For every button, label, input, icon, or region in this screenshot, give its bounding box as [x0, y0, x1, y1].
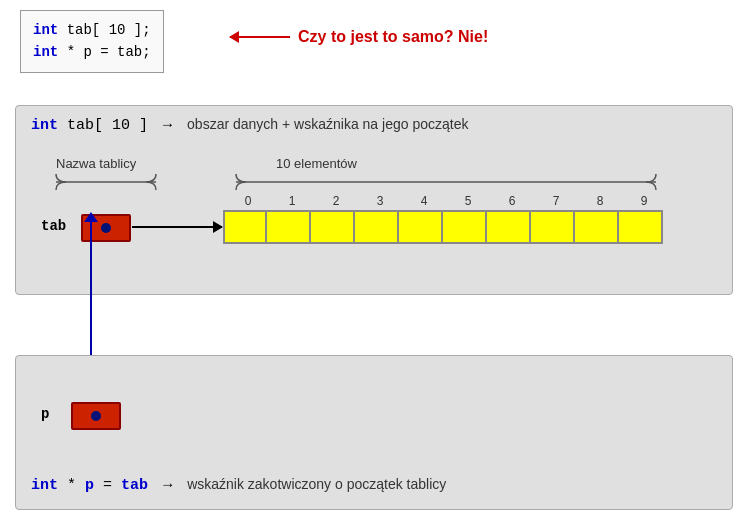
label-10-elementow: 10 elementów [276, 156, 357, 171]
keyword-int-1: int [33, 22, 58, 38]
header-tab: tab[ 10 ] [67, 117, 157, 134]
bottom-header-desc: wskaźnik zakotwiczony o początek tablicy [187, 476, 446, 492]
tab-pointer-dot [101, 223, 111, 233]
array-cell-9 [619, 210, 663, 244]
index-8: 8 [578, 194, 622, 208]
array-cell-2 [311, 210, 355, 244]
keyword-int-2: int [33, 44, 58, 60]
index-row: 0 1 2 3 4 5 6 7 8 9 [226, 194, 666, 208]
bottom-header-arrow: → [163, 477, 181, 494]
tab-to-array-arrow [132, 226, 222, 228]
array-cell-3 [355, 210, 399, 244]
bottom-header-keyword-tab: tab [121, 477, 148, 494]
p-variable-label: p [41, 406, 49, 422]
code-line2-rest: * p = tab; [67, 44, 151, 60]
array-cell-1 [267, 210, 311, 244]
label-nazwa-tablicy: Nazwa tablicy [56, 156, 136, 171]
bottom-header-eq: = [103, 477, 121, 494]
p-pointer-box [71, 402, 121, 430]
array-cell-0 [223, 210, 267, 244]
brace-nazwa-svg [46, 172, 166, 190]
code-line1-rest: tab[ 10 ]; [67, 22, 151, 38]
panel-top-header: int tab[ 10 ] → obszar danych + wskaźnik… [31, 116, 468, 134]
panel-bottom-header: int * p = tab → wskaźnik zakotwiczony o … [31, 476, 446, 494]
array-cell-4 [399, 210, 443, 244]
bottom-header-rest: * [67, 477, 85, 494]
code-box-top: int tab[ 10 ]; int * p = tab; [20, 10, 164, 73]
panel-top: int tab[ 10 ] → obszar danych + wskaźnik… [15, 105, 733, 295]
header-arrow: → [163, 117, 172, 134]
code-line2: int * p = tab; [33, 41, 151, 63]
bottom-header-keyword-p: p [85, 477, 94, 494]
index-9: 9 [622, 194, 666, 208]
header-desc: obszar danych + wskaźnika na jego począt… [187, 116, 468, 132]
index-2: 2 [314, 194, 358, 208]
code-line1: int tab[ 10 ]; [33, 19, 151, 41]
panel-bottom: p int * p = tab → wskaźnik zakotwiczony … [15, 355, 733, 510]
array-cell-8 [575, 210, 619, 244]
index-7: 7 [534, 194, 578, 208]
question-label-container: Czy to jest to samo? Nie! [230, 28, 488, 46]
tab-variable-label: tab [41, 218, 66, 234]
array-cells [223, 210, 663, 244]
array-cell-5 [443, 210, 487, 244]
index-3: 3 [358, 194, 402, 208]
question-text: Czy to jest to samo? Nie! [298, 28, 488, 46]
array-cell-6 [487, 210, 531, 244]
array-cell-7 [531, 210, 575, 244]
red-arrow [230, 36, 290, 38]
index-4: 4 [402, 194, 446, 208]
header-keyword-int: int [31, 117, 58, 134]
index-5: 5 [446, 194, 490, 208]
index-6: 6 [490, 194, 534, 208]
index-1: 1 [270, 194, 314, 208]
brace-10el-svg [226, 172, 666, 190]
bottom-header-keyword-int: int [31, 477, 58, 494]
p-pointer-dot [91, 411, 101, 421]
vertical-arrow-head [84, 212, 98, 222]
vertical-connection-line [90, 219, 92, 357]
index-0: 0 [226, 194, 270, 208]
